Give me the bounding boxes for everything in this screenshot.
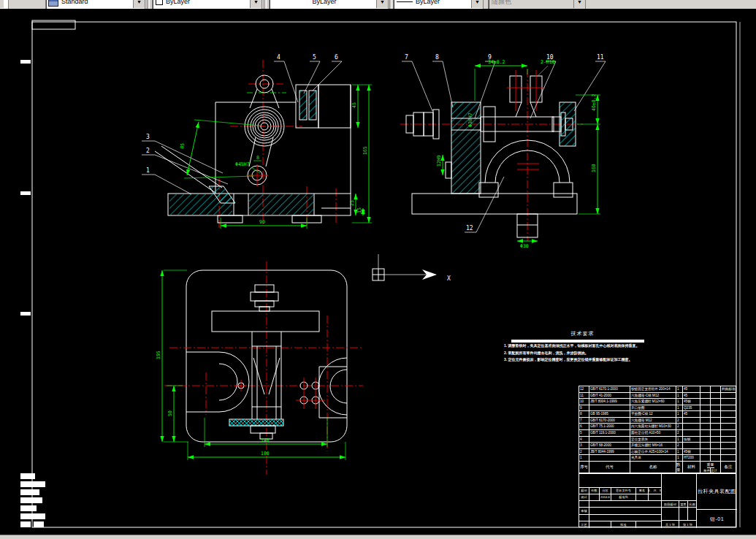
chevron-down-icon[interactable]: ▼ — [376, 0, 388, 8]
bom-cell: 2 — [676, 443, 683, 448]
tb-scale-label: 比例 — [688, 501, 697, 508]
dim-side-topwidth: 34±0.2 — [488, 59, 505, 65]
bom-cell — [683, 418, 700, 424]
plotstyle-value: 随颜色 — [489, 0, 573, 7]
bom-row: 3GB/T 68-2000开槽沉头螺钉 M6×162 — [579, 442, 736, 448]
bom-cell — [683, 424, 700, 429]
bom-cell: 9 — [579, 405, 589, 411]
bom-cell: 7 — [579, 418, 589, 424]
bom-row: 8GB 95-1985平垫圈-C级 12145 — [579, 410, 736, 417]
bom-cell: 1 — [579, 455, 589, 461]
bom-cell: GB/T 6170.1-2000 — [589, 386, 630, 392]
callout-5: 5 — [313, 54, 316, 61]
bom-header: 名称 — [630, 462, 676, 473]
tb-rev-header: 更改文件号 — [611, 488, 636, 494]
bom-cell — [721, 418, 736, 424]
tb-rev-header: 标记 — [579, 488, 589, 494]
bom-cell: 45钢 — [683, 449, 700, 455]
bom-cell: 铸钢 — [683, 437, 700, 443]
tb-rev-header: 分区 — [600, 488, 611, 494]
leader-lines — [402, 61, 606, 232]
drawing-title: 拉杆夹具装配图 — [697, 474, 737, 510]
toolbar-separator — [389, 0, 392, 9]
bom-row: 2JB/T 8044-1999心轴定位件 A25×100×14145钢 — [579, 448, 736, 455]
chevron-down-icon[interactable]: ▼ — [250, 0, 261, 8]
bom-cell — [700, 411, 711, 417]
bom-cell: 6 — [579, 424, 589, 429]
tb-process-label: 工艺 — [579, 521, 589, 528]
bom-cell: GB/T 41-2000 — [589, 393, 630, 399]
bom-cell — [711, 449, 721, 455]
lineweight-value: ByLayer — [413, 0, 471, 5]
callout-6: 6 — [335, 54, 338, 61]
bom-header: 材料 — [683, 462, 700, 473]
dim-front-base-h: 25 — [349, 200, 355, 206]
bom-header: 备注 — [721, 462, 736, 473]
bom-cell: GB/T 119.1-2000 — [589, 430, 630, 436]
lineweight-swatch-icon — [397, 1, 413, 2]
bom-cell — [711, 443, 721, 448]
dim-front-width: 90 — [259, 219, 265, 225]
dim-side-upper: 40±0.2 — [591, 93, 597, 111]
bom-cell — [721, 424, 736, 429]
tb-rev-header: 签名 — [636, 488, 649, 494]
tb-sheet-no: 第 1 张 — [679, 521, 697, 528]
bom-cell: 2 — [676, 430, 683, 436]
color-swatch-icon — [156, 0, 163, 5]
callout-2: 2 — [146, 148, 150, 154]
bom-cell: 12 — [579, 386, 589, 392]
bom-cell: 2 — [676, 418, 683, 424]
bom-table: 12GB/T 6170.1-2000铰链固定支座组件 200×14145外购标准… — [579, 386, 736, 461]
bom-header-weight: 重量 — [707, 462, 714, 468]
note-item: 3. 定位元件磨损后，影响定位精度时，应更换定位销并重新修配保证加工精度。 — [504, 356, 661, 364]
linetype-value: ByLayer — [270, 0, 376, 5]
bom-cell: 3 — [579, 443, 589, 448]
dim-front-step: 15 — [356, 207, 362, 213]
bom-cell — [700, 393, 711, 399]
bom-cell — [721, 393, 736, 399]
bom-cell: 开槽沉头螺钉 M6×16 — [630, 443, 676, 448]
drawing-canvas[interactable]: 3 2 1 4 5 6 85 Φ45H7 8 90 165 45 — [0, 9, 756, 535]
bom-cell: HT200 — [683, 455, 700, 461]
callout-8: 8 — [435, 54, 439, 61]
text-style-value: Standard — [58, 0, 133, 5]
dim-plan-height: 195 — [156, 351, 161, 359]
callout-7: 7 — [405, 54, 408, 61]
bom-cell: 1 — [676, 449, 683, 455]
bom-row: 1夹具体1HT200 — [579, 454, 736, 461]
bom-cell: 45 — [683, 386, 700, 392]
tb-stage-label: 阶段标记 — [662, 501, 679, 508]
bom-cell — [711, 399, 721, 405]
bom-cell — [721, 437, 736, 443]
callout-12: 12 — [466, 225, 473, 232]
chevron-down-icon[interactable]: ▼ — [471, 0, 483, 8]
bom-row: 11GB/T 41-2000六角螺母-C级 M12145 — [579, 392, 736, 399]
bom-cell: 1 — [676, 405, 683, 411]
callout-4: 4 — [277, 54, 280, 61]
bom-cell: 45 — [683, 411, 700, 417]
chevron-down-icon[interactable]: ▼ — [0, 0, 4, 8]
dim-side-thread: 2-M10 — [541, 59, 555, 65]
bom-cell: 4 — [579, 437, 589, 443]
bom-cell — [711, 455, 721, 461]
bom-cell — [700, 418, 711, 424]
bom-cell: 45钢 — [683, 399, 700, 405]
callout-1: 1 — [146, 167, 150, 174]
bom-cell: 5 — [579, 430, 589, 436]
dim-plan-outer: 180 — [261, 451, 270, 456]
tb-check-label: 审核 — [579, 508, 589, 514]
bom-row: 4定位支承块1铸钢 — [579, 436, 736, 443]
bom-cell — [711, 393, 721, 399]
tb-design-label: 设计 — [579, 494, 589, 501]
dim-side-key: 12H9 — [436, 155, 442, 167]
bom-cell — [721, 430, 736, 436]
dim-front-total-height: 165 — [362, 146, 368, 155]
bom-cell — [711, 386, 721, 392]
chevron-down-icon[interactable]: ▼ — [133, 0, 145, 8]
bom-cell — [721, 405, 736, 411]
bom-cell: GB/T 6170-2000 — [589, 418, 630, 424]
dim-plan-inner: 140 — [261, 437, 270, 443]
bom-cell — [711, 411, 721, 417]
bom-cell — [683, 443, 700, 448]
tb-standard-label: 标准化 — [611, 494, 636, 501]
